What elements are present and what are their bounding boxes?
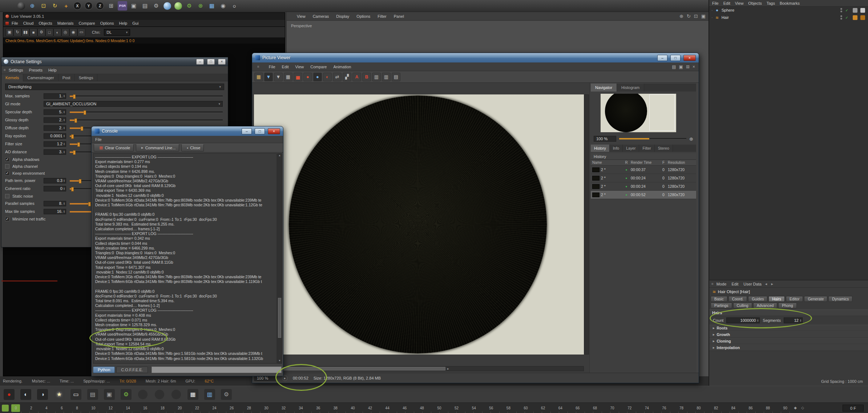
render-region-icon[interactable]: ▭	[77, 28, 85, 36]
frame-tick[interactable]: 18	[161, 406, 165, 410]
octane-tab[interactable]: CameraImager	[23, 74, 58, 81]
history-row[interactable]: 2 * ● 00:00:24 0 1280x720	[591, 174, 696, 182]
stepper-icon[interactable]: ▴▾	[64, 94, 65, 97]
scroll-right-icon[interactable]: ▸	[445, 367, 451, 371]
expand-dot-icon[interactable]: ·	[711, 8, 713, 12]
tag-icon[interactable]	[853, 15, 857, 20]
frame-tick[interactable]: 4	[45, 406, 48, 410]
scale-tool-icon[interactable]: ⊡	[39, 1, 48, 11]
console-scrollbar[interactable]: ▴ ▾	[277, 153, 282, 364]
attribute-tab[interactable]: Phong	[778, 303, 796, 308]
settings-gear-icon[interactable]: ⚙	[37, 28, 45, 36]
history-column-header[interactable]: Name	[591, 161, 622, 165]
pv-menu-item[interactable]: File	[269, 65, 275, 69]
camera-lock-icon[interactable]: ◐	[53, 28, 61, 36]
layer-stack-icon[interactable]: ▤	[392, 73, 400, 81]
node-editor-icon[interactable]: ▥	[204, 389, 215, 400]
kernel-type-dropdown[interactable]: Directlighting ▾	[5, 84, 224, 90]
octane-menu-item[interactable]: Presets	[29, 68, 43, 72]
timeline-ruler[interactable]: 0246810121416182022242628303234363840424…	[12, 403, 790, 413]
history-column-header[interactable]: Resolution	[668, 161, 695, 165]
orbit-view-icon[interactable]: ↻	[687, 13, 691, 19]
toggle-view-icon[interactable]: ▣	[701, 13, 706, 19]
frame-tick[interactable]: 80	[697, 406, 701, 410]
am-menu-item[interactable]: Mode	[716, 282, 727, 286]
scrollbar-thumb[interactable]	[278, 298, 281, 338]
save-all-icon[interactable]: ▼	[274, 73, 283, 81]
history-row[interactable]: 2 * ● 00:00:37 0 1280x720	[591, 166, 696, 174]
octane-material3-icon[interactable]	[171, 390, 181, 399]
checkbox[interactable]	[5, 164, 9, 169]
minimize-button[interactable]: –	[657, 55, 667, 61]
stop-icon[interactable]: ■	[29, 28, 37, 36]
stepper-icon[interactable]: ▴▾	[64, 118, 65, 121]
am-menu-item[interactable]: Edit	[731, 282, 738, 286]
zoom-input[interactable]: 100 %	[594, 136, 616, 142]
frame-tick[interactable]: 12	[109, 406, 113, 410]
param-slider[interactable]	[70, 94, 223, 98]
enable-check-icon[interactable]: ✓	[845, 16, 848, 20]
gi-mode-dropdown[interactable]: GI_AMBIENT_OCCLUSION ▾	[44, 101, 223, 107]
frame-tick[interactable]: 60	[524, 406, 528, 410]
checkbox[interactable]	[5, 194, 9, 198]
frame-tick[interactable]: 48	[420, 406, 424, 410]
history-forward-icon[interactable]: ►	[771, 282, 774, 286]
octane-material2-icon[interactable]	[155, 390, 164, 399]
sidebar-info-tab[interactable]: Info	[610, 145, 623, 152]
lv-menu-item[interactable]: Options	[100, 21, 114, 25]
checkbox[interactable]	[5, 217, 9, 221]
param-value-input[interactable]: 0▴▾	[44, 186, 66, 191]
y-axis-lock-icon[interactable]: Y	[85, 2, 93, 10]
octane-menu-item[interactable]: Settings	[9, 68, 23, 72]
console-toolbar-button[interactable]: ▦Clear Console	[94, 144, 134, 151]
zoom-slider[interactable]	[619, 137, 686, 141]
octane-node-icon[interactable]: ⊛	[196, 1, 205, 11]
pause-icon[interactable]: ▮▮	[21, 28, 29, 36]
histogram-icon[interactable]: ▅	[294, 73, 302, 81]
history-row[interactable]: 2 * ● 00:00:52 0 1280x720	[591, 191, 696, 199]
console-toolbar-button[interactable]: ▸Command Line...	[136, 144, 179, 151]
object-row[interactable]: · Hair ✓	[709, 14, 868, 21]
picture-viewer-titlebar[interactable]: Picture Viewer – □ ×	[252, 53, 699, 62]
frame-tick[interactable]: 72	[627, 406, 631, 410]
lv-menu-item[interactable]: Compare	[78, 21, 95, 25]
param-value-input[interactable]: 1.▴▾	[44, 93, 66, 99]
frame-tick[interactable]: 76	[662, 406, 666, 410]
current-frame-field[interactable]: 0 F	[843, 405, 864, 412]
navigator-view-rectangle[interactable]	[649, 94, 675, 131]
frame-tick[interactable]: 68	[593, 406, 597, 410]
om-menu-item[interactable]: Objects	[748, 1, 762, 5]
object-row[interactable]: · Sphere ✓	[709, 7, 868, 14]
layout-icon[interactable]: ▦	[284, 73, 292, 81]
shaded-view2-icon[interactable]: ◑	[37, 389, 48, 400]
frame-tick[interactable]: 6	[61, 406, 63, 410]
frame-tick[interactable]: 2	[30, 406, 32, 410]
rotate-tool-icon[interactable]: ↻	[50, 1, 60, 11]
attribute-group-row[interactable]: ▸ Growth	[709, 331, 868, 338]
octane-material-icon[interactable]	[138, 390, 148, 399]
frame-tick[interactable]: 84	[731, 406, 735, 410]
param-value-input[interactable]: 1.2▴▾	[44, 141, 66, 147]
frame-tick[interactable]: 8	[76, 406, 78, 410]
move-tool-icon[interactable]: ⊕	[28, 1, 37, 11]
open-file-icon[interactable]: ▦	[254, 73, 263, 81]
lv-menu-item[interactable]: Objects	[39, 21, 52, 25]
attribute-tab[interactable]: Advanced	[753, 303, 778, 308]
frame-tick[interactable]: 22	[195, 406, 199, 410]
stepper-icon[interactable]: ▴▾	[64, 150, 65, 153]
octane-tab[interactable]: Post	[58, 74, 75, 81]
keyframe-outline-icon[interactable]: ◇	[801, 406, 804, 410]
frame-tick[interactable]: 36	[316, 406, 320, 410]
attribute-tab[interactable]: Dynamics	[828, 296, 852, 302]
checkbox[interactable]	[5, 157, 9, 162]
panel-handle-icon[interactable]: ≡	[711, 282, 714, 286]
expand-arrow-icon[interactable]: ▸	[713, 326, 715, 330]
param-value-input[interactable]: 0.3▴▾	[44, 178, 66, 183]
attribute-tab[interactable]: Generate	[804, 296, 827, 302]
frame-tick[interactable]: 16	[143, 406, 147, 410]
scroll-up-icon[interactable]: ▴	[278, 154, 282, 158]
array-window-icon[interactable]: ▦	[207, 1, 217, 11]
letter-a-icon[interactable]: A	[352, 73, 361, 81]
frame-tick[interactable]: 0	[15, 406, 17, 410]
frame-tick[interactable]: 50	[437, 406, 441, 410]
